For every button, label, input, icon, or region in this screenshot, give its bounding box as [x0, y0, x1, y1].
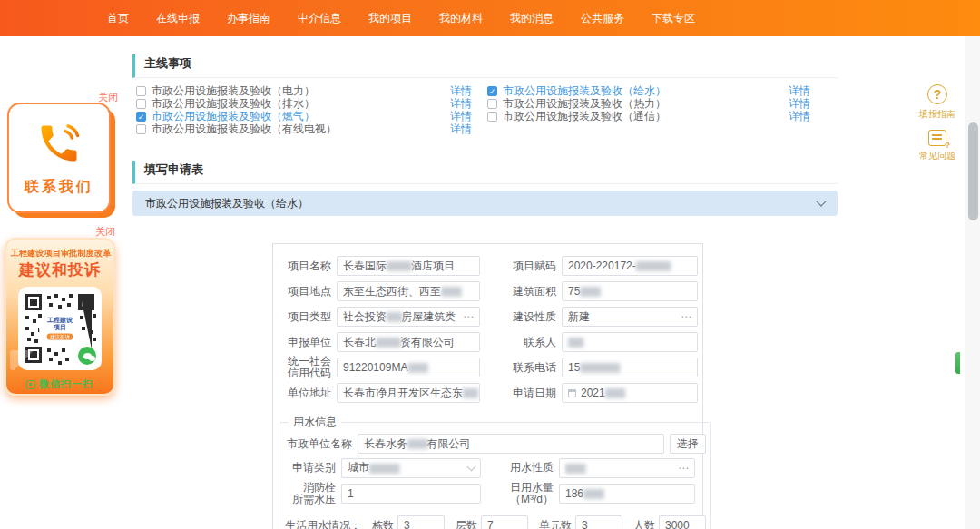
nav-item[interactable]: 下载专区 [652, 11, 695, 26]
water-info-legend: 用水信息 [289, 415, 341, 430]
stat-field-label: 单元数 [539, 518, 572, 529]
field-value: 长春水务 [364, 436, 407, 452]
field-value: 186 [565, 487, 583, 500]
select-button[interactable]: 选择 [670, 434, 706, 454]
ellipsis-icon[interactable]: ⋯ [463, 312, 474, 321]
form-row: 申报单位长春北█████资有限公司联系人███ [273, 329, 702, 355]
main-content: 主线事项 市政公用设施报装及验收（电力）详情市政公用设施报装及验收（排水）详情✓… [132, 54, 838, 216]
field-value: 3 [582, 519, 588, 529]
form-input[interactable]: 城市██████ [341, 458, 481, 478]
calendar-icon [568, 389, 576, 397]
checkbox[interactable] [136, 124, 146, 134]
stat-field-label: 人数 [633, 518, 655, 529]
form-input[interactable]: 长春国际█████酒店项目 [337, 256, 480, 276]
form-input[interactable]: 1 [341, 484, 481, 504]
complaint-title-line2: 建议和投诉 [6, 260, 113, 280]
water-unit-row: 市政单位名称长春水务████有限公司选择 [283, 432, 706, 456]
scrollbar-track[interactable] [965, 36, 980, 529]
field-value: 城市 [348, 460, 369, 475]
question-circle-icon: ? [927, 84, 947, 104]
form-input[interactable]: 2021████ [562, 383, 698, 403]
form-input[interactable]: 新建⋯ [562, 307, 698, 327]
field-value: 91220109MA [343, 361, 407, 374]
contact-us-label: 联系我们 [24, 178, 93, 197]
nav-item[interactable]: 公共服务 [581, 11, 624, 26]
form-row: 单位地址长春市净月开发区生态东███申请日期2021████ [273, 380, 702, 406]
checklist-column-right: ✓市政公用设施报装及验收（给水）详情市政公用设施报装及验收（热力）详情市政公用设… [472, 84, 810, 135]
stat-input[interactable]: 3 [397, 515, 445, 529]
field-label: 申请日期 [502, 387, 556, 399]
form-input[interactable]: 75████ [562, 281, 698, 301]
form-input[interactable]: ████⋯ [559, 458, 695, 478]
redacted-value: ██████ [369, 464, 398, 473]
qr-center-label: 工程建设 项目 建议投诉 [39, 310, 81, 347]
checkbox[interactable] [136, 86, 146, 96]
redacted-value: ███ [387, 312, 401, 321]
redacted-value: ████████ [580, 363, 619, 372]
form-input[interactable]: 长春市净月开发区生态东███ [337, 383, 480, 403]
scrollbar-thumb[interactable] [968, 122, 978, 220]
complaint-close-link[interactable]: 关闭 [95, 225, 115, 239]
checkbox[interactable] [487, 99, 497, 109]
checklist-item: 市政公用设施报装及验收（有线电视）详情 [136, 122, 472, 135]
stat-input[interactable]: 3 [575, 515, 622, 529]
checkbox[interactable] [487, 112, 497, 122]
nav-item[interactable]: 首页 [107, 11, 129, 26]
field-label: 项目赋码 [502, 260, 556, 272]
form-row: 消防栓 所需水压1日用水量 （M³/d）186████ [283, 480, 706, 507]
guide-label: 填报指南 [910, 108, 965, 121]
redacted-value: ███ [463, 388, 477, 397]
ellipsis-icon[interactable]: ⋯ [681, 312, 691, 321]
watermark-decor [10, 350, 34, 370]
redacted-value: ████ [407, 363, 427, 372]
form-input[interactable]: 长春北█████资有限公司 [337, 332, 480, 352]
form-panel-header[interactable]: 市政公用设施报装及验收（给水） [132, 191, 838, 216]
field-value: 3 [404, 519, 410, 529]
form-input[interactable]: 91220109MA████ [337, 358, 480, 377]
form-input[interactable]: 2020-220172-███████ [562, 256, 698, 276]
form-input[interactable]: ███ [562, 332, 698, 352]
nav-item[interactable]: 我的项目 [368, 11, 412, 26]
form-input[interactable]: 186████ [559, 484, 695, 504]
field-value: 长春市净月开发区生态东 [343, 386, 463, 401]
nav-item[interactable]: 在线申报 [156, 11, 200, 26]
redacted-value: ████ [583, 489, 603, 498]
field-value: 资有限公司 [400, 335, 455, 350]
qr-badge: 建议投诉 [47, 333, 74, 339]
redacted-value: █████ [387, 261, 411, 270]
checkbox[interactable]: ✓ [487, 86, 497, 96]
form-input[interactable]: 15████████ [562, 358, 698, 377]
checkbox[interactable] [136, 99, 146, 109]
redacted-value: ████ [605, 388, 625, 397]
checkbox[interactable]: ✓ [136, 112, 146, 122]
field-label: 建设性质 [502, 311, 556, 323]
guide-helper[interactable]: ? 填报指南 [910, 84, 965, 121]
nav-item[interactable]: 我的消息 [510, 11, 554, 26]
faq-helper[interactable]: ? 常见问题 [910, 130, 965, 162]
edge-floating-widget[interactable] [956, 352, 960, 374]
ellipsis-icon[interactable]: ⋯ [678, 464, 689, 473]
wechat-scan-label: 微信扫一扫 [39, 377, 93, 391]
stat-input[interactable]: 3000 [659, 515, 706, 529]
faq-label: 常见问题 [910, 150, 965, 162]
nav-item[interactable]: 中介信息 [298, 11, 341, 26]
field-label: 消防栓 所需水压 [285, 482, 336, 505]
complaint-title-line1: 工程建设项目审批制度改革 [11, 248, 110, 260]
section-title-text: 主线事项 [144, 56, 191, 70]
contact-us-card[interactable]: 联系我们 [7, 103, 111, 213]
stat-input[interactable]: 7 [481, 515, 528, 529]
field-label: 项目类型 [284, 311, 331, 323]
redacted-value: ███ [568, 338, 583, 347]
complaint-qr-card[interactable]: 工程建设项目审批制度改革 建议和投诉 工程建设 项目 建议投诉 [5, 238, 115, 396]
field-label: 联系人 [502, 337, 556, 348]
field-label: 统一社会 信用代码 [284, 356, 331, 379]
form-input[interactable]: 东至生态西街、西至████ [337, 281, 480, 301]
checklist-item-label: 市政公用设施报装及验收（通信） [503, 109, 666, 124]
detail-link[interactable]: 详情 [789, 109, 810, 124]
field-label: 项目地点 [284, 286, 331, 298]
detail-link[interactable]: 详情 [450, 122, 472, 137]
form-input[interactable]: 社会投资███房屋建筑类⋯ [337, 307, 480, 327]
nav-item[interactable]: 我的材料 [439, 11, 483, 26]
nav-item[interactable]: 办事指南 [227, 11, 270, 26]
form-input[interactable]: 长春水务████有限公司 [358, 434, 664, 454]
